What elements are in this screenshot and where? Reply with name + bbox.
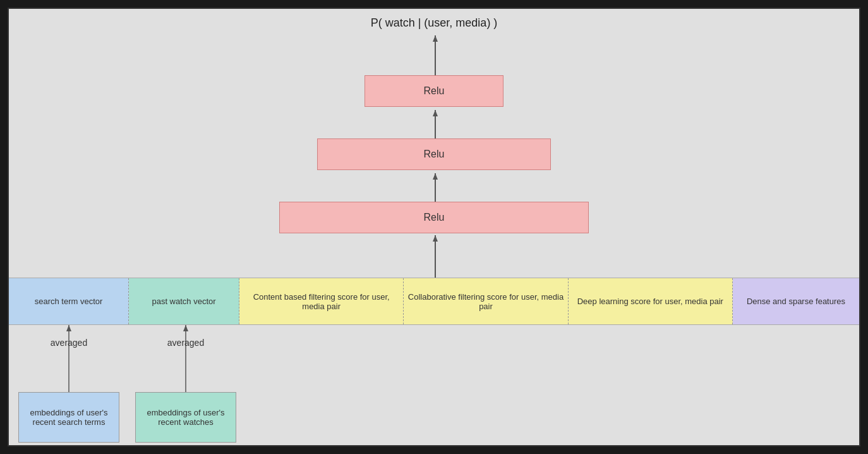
embed-label-2: embeddings of user's recent watches (141, 408, 231, 427)
embed-box-2: embeddings of user's recent watches (135, 392, 236, 443)
cell-deep-learning: Deep learning score for user, media pair (569, 278, 733, 324)
relu-box-1: Relu (365, 75, 503, 107)
svg-marker-12 (183, 325, 188, 331)
relu-label-1: Relu (424, 85, 445, 97)
cell-past-watch: past watch vector (129, 278, 239, 324)
search-term-label: search term vector (35, 297, 103, 306)
content-filtering-label: Content based filtering score for user, … (243, 292, 399, 311)
embed-label-1: embeddings of user's recent search terms (24, 408, 114, 427)
relu-label-3: Relu (424, 212, 445, 223)
diagram-container: P( watch | (user, media) ) Relu Relu Rel… (8, 8, 860, 446)
cell-content-filtering: Content based filtering score for user, … (239, 278, 404, 324)
relu-box-3: Relu (279, 202, 589, 233)
diagram-title: P( watch | (user, media) ) (371, 16, 498, 30)
averaged-label-1: averaged (51, 338, 87, 348)
svg-marker-1 (433, 35, 438, 42)
deep-learning-label: Deep learning score for user, media pair (577, 297, 723, 306)
cell-search-term: search term vector (9, 278, 129, 324)
svg-marker-7 (433, 235, 438, 242)
svg-marker-9 (66, 325, 71, 331)
feature-row: search term vector past watch vector Con… (9, 278, 859, 325)
svg-marker-5 (433, 173, 438, 180)
embed-box-1: embeddings of user's recent search terms (18, 392, 119, 443)
relu-label-2: Relu (424, 149, 445, 160)
collaborative-filtering-label: Collaborative filtering score for user, … (407, 292, 564, 311)
dense-sparse-label: Dense and sparse features (747, 297, 845, 306)
past-watch-label: past watch vector (152, 297, 215, 306)
cell-collaborative-filtering: Collaborative filtering score for user, … (404, 278, 568, 324)
averaged-label-2: averaged (167, 338, 204, 348)
cell-dense-sparse: Dense and sparse features (733, 278, 859, 324)
relu-box-2: Relu (317, 138, 551, 170)
svg-marker-3 (433, 110, 438, 116)
